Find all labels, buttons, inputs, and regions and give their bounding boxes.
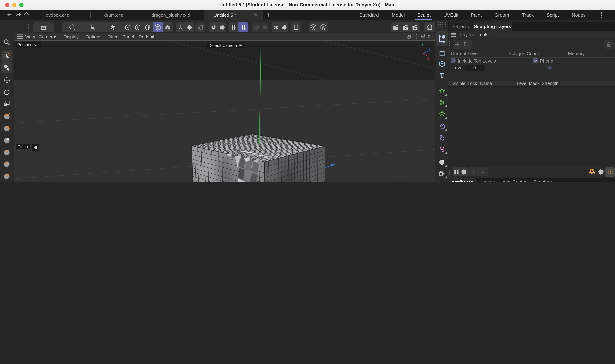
svg-text:Y: Y (421, 42, 424, 46)
svg-text:X: X (426, 57, 429, 60)
svg-text:Z: Z (428, 48, 430, 52)
